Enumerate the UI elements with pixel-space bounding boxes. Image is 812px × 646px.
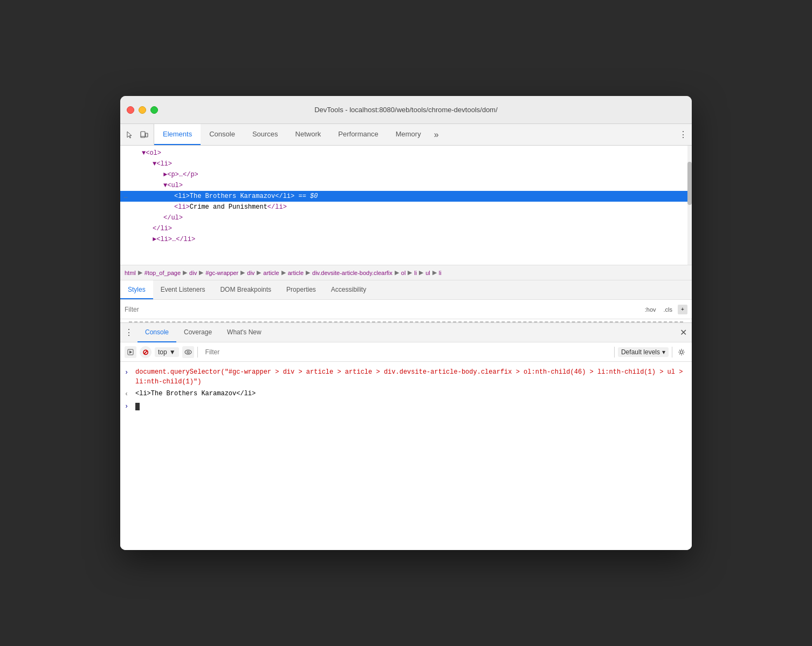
traffic-lights [127,106,158,114]
eye-button[interactable] [182,346,194,358]
dom-line[interactable]: </ul> [120,212,692,223]
close-button[interactable] [127,106,134,114]
console-filter-input[interactable] [201,348,611,356]
minimize-button[interactable] [139,106,146,114]
bc-li2[interactable]: li [439,270,442,276]
console-content: › document.querySelector("#gc-wrapper > … [120,362,692,550]
devtools-window: DevTools - localhost:8080/web/tools/chro… [120,96,692,550]
console-prompt-arrow: › [125,402,132,411]
more-tabs-button[interactable]: » [430,124,443,145]
separator2 [614,347,615,358]
devtools-menu-button[interactable]: ⋮ [675,124,692,145]
tab-console[interactable]: Console [201,124,244,145]
bc-ol[interactable]: ol [401,270,406,276]
svg-marker-4 [129,351,132,354]
tab-sources[interactable]: Sources [244,124,287,145]
device-icon[interactable] [139,129,149,140]
maximize-button[interactable] [150,106,158,114]
clear-console-button[interactable]: ⊘ [140,346,152,358]
console-output-arrow: ‹ [125,389,132,399]
console-tab-whats-new[interactable]: What's New [219,323,269,342]
toolbar-tabs: Elements Console Sources Network Perform… [154,124,675,145]
bc-top-of-page[interactable]: #top_of_page [144,270,181,276]
console-input-arrow: › [125,368,132,377]
console-menu-button[interactable]: ⋮ [120,323,137,342]
svg-point-6 [187,351,189,353]
styles-filter-input[interactable] [125,306,638,313]
console-output-code: <li>The Brothers Karamazov</li> [135,389,256,398]
dom-line[interactable]: ►<p>…</p> [120,169,692,180]
console-prompt[interactable]: › [120,400,692,413]
add-style-button[interactable]: + [678,305,687,314]
execute-button[interactable] [125,346,136,358]
dom-line[interactable]: ►<li>…</li> [120,234,692,245]
console-close-button[interactable]: ✕ [675,323,692,342]
tab-elements[interactable]: Elements [154,124,201,145]
devtools-panel: Elements Console Sources Network Perform… [120,124,692,550]
console-toolbar: ⋮ Console Coverage What's New ✕ [120,323,692,342]
dom-line[interactable]: <li>Crime and Punishment</li> [120,202,692,212]
cls-button[interactable]: .cls [662,305,675,314]
context-selector[interactable]: top ▼ [155,347,179,357]
tab-styles[interactable]: Styles [120,280,153,299]
tab-performance[interactable]: Performance [329,124,387,145]
svg-point-7 [680,351,683,353]
dom-line[interactable]: ▼<li> [120,159,692,169]
console-tab-console[interactable]: Console [137,323,176,342]
filter-bar: :hov .cls + [120,300,692,319]
bc-gc-wrapper[interactable]: #gc-wrapper [205,270,238,276]
breadcrumb: html ▶ #top_of_page ▶ div ▶ #gc-wrapper … [120,265,692,280]
tab-event-listeners[interactable]: Event Listeners [153,280,213,299]
bc-div2[interactable]: div [247,270,254,276]
tab-dom-breakpoints[interactable]: DOM Breakpoints [212,280,279,299]
console-filter-bar: ⊘ top ▼ Default levels ▾ [120,342,692,362]
console-cursor [135,403,140,410]
separator3 [672,347,672,358]
hov-button[interactable]: :hov [643,305,658,314]
dom-scrollbar[interactable] [687,146,692,265]
console-entry-input: › document.querySelector("#gc-wrapper > … [120,366,692,388]
panel-tabs: Styles Event Listeners DOM Breakpoints P… [120,280,692,300]
bc-div-clearfix[interactable]: div.devsite-article-body.clearfix [312,270,393,276]
bc-article2[interactable]: article [288,270,304,276]
tab-properties[interactable]: Properties [279,280,324,299]
separator [197,347,198,358]
tab-accessibility[interactable]: Accessibility [324,280,374,299]
dom-line[interactable]: ▼<ol> [120,148,692,159]
dom-line[interactable]: ▼<ul> [120,180,692,191]
svg-point-5 [185,350,191,354]
bc-ul[interactable]: ul [425,270,430,276]
cursor-icon[interactable] [125,129,135,140]
bc-div1[interactable]: div [189,270,197,276]
dom-scrollbar-thumb[interactable] [687,162,692,205]
console-settings-button[interactable] [676,346,687,358]
svg-rect-1 [146,133,148,137]
bc-article1[interactable]: article [263,270,279,276]
console-tab-coverage[interactable]: Coverage [176,323,219,342]
filter-buttons: :hov .cls + [643,305,687,314]
toolbar-icons [120,124,154,145]
main-toolbar: Elements Console Sources Network Perform… [120,124,692,146]
tab-network[interactable]: Network [287,124,330,145]
dom-line-selected[interactable]: … <li>The Brothers Karamazov</li> == $0 [120,191,692,202]
console-entry-output: ‹ <li>The Brothers Karamazov</li> [120,388,692,400]
console-input-code: document.querySelector("#gc-wrapper > di… [135,367,687,387]
bc-html[interactable]: html [125,270,136,276]
tab-memory[interactable]: Memory [387,124,430,145]
window-title: DevTools - localhost:8080/web/tools/chro… [314,106,498,114]
dom-line[interactable]: </li> [120,223,692,234]
titlebar: DevTools - localhost:8080/web/tools/chro… [120,96,692,124]
log-levels-button[interactable]: Default levels ▾ [618,347,669,357]
bc-li1[interactable]: li [414,270,417,276]
console-panel: ⋮ Console Coverage What's New ✕ [120,322,692,550]
dom-tree: ▼<ol> ▼<li> ►<p>…</p> ▼<ul> … <li>The Br [120,146,692,265]
